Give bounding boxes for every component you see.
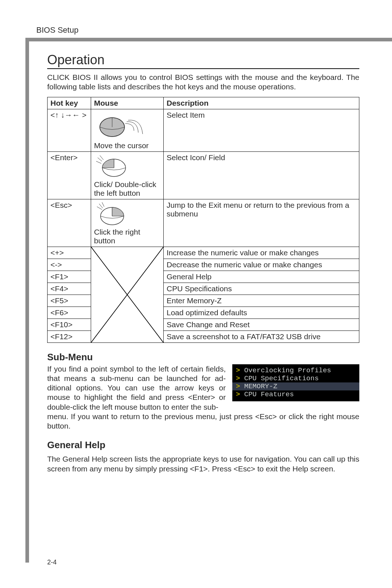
cell-desc: Select Icon/ Field (164, 151, 359, 199)
table-row: <+> Increase the numeric value or make c… (48, 247, 359, 259)
page-number: 2-4 (47, 559, 57, 566)
bios-label: Overclocking Profiles (244, 366, 331, 374)
table-row: <↑ ↓→← > Move the cursor (48, 109, 359, 151)
cell-hotkey: <F12> (48, 331, 91, 342)
mouse-move-icon (94, 111, 145, 140)
bios-submenu-screenshot: > Overclocking Profiles > CPU Specificat… (232, 364, 359, 401)
hotkey-table: Hot key Mouse Description <↑ ↓→← > (47, 97, 359, 343)
cell-desc: Enter Memory-Z (164, 295, 359, 307)
mouse-right-click-icon (94, 201, 130, 226)
cell-hotkey: <F4> (48, 283, 91, 295)
chevron-right-icon: > (236, 366, 244, 374)
cell-desc: Select Item (164, 109, 359, 151)
cell-hotkey: <F1> (48, 271, 91, 283)
chevron-right-icon: > (236, 374, 244, 382)
cell-desc: CPU Specifications (164, 283, 359, 295)
bios-label: CPU Features (244, 390, 294, 398)
chapter-header: BIOS Setup (36, 25, 363, 35)
cell-hotkey: <F10> (48, 319, 91, 331)
cell-hotkey: <F5> (48, 295, 91, 307)
table-row: <Enter> Click/ Double-click the left (48, 151, 359, 199)
bios-line: > CPU Features (236, 390, 356, 398)
submenu-block: If you find a point symbol to the left o… (47, 364, 359, 412)
cell-desc: Save Change and Reset (164, 319, 359, 331)
chevron-right-icon: > (236, 390, 244, 398)
mouse-caption: Click/ Double-click the left button (94, 180, 160, 198)
cell-mouse: Click/ Double-click the left button (91, 151, 164, 199)
intro-paragraph: CLICK BIOS II allows you to control BIOS… (47, 73, 359, 92)
cell-hotkey: <Enter> (48, 151, 91, 199)
cell-hotkey: <↑ ↓→← > (48, 109, 91, 151)
cell-desc: General Help (164, 271, 359, 283)
cell-mouse: Click the right button (91, 199, 164, 247)
general-help-heading: General Help (47, 439, 359, 451)
bios-line: > CPU Specifications (236, 374, 356, 382)
cell-hotkey: <F6> (48, 307, 91, 319)
table-header-row: Hot key Mouse Description (48, 97, 359, 109)
cell-desc: Increase the numeric value or make chang… (164, 247, 359, 259)
cell-mouse: Move the cursor (91, 109, 164, 151)
mouse-caption: Click the right button (94, 228, 160, 245)
table-row: <Esc> Click the right button (48, 199, 359, 247)
page-title: Operation (47, 52, 359, 69)
cell-hotkey: <+> (48, 247, 91, 259)
cell-desc: Jump to the Exit menu or return to the p… (164, 199, 359, 247)
cell-desc: Decrease the numeric value or make chang… (164, 259, 359, 271)
submenu-text-left: If you find a point symbol to the left o… (47, 364, 226, 412)
cell-hotkey: <Esc> (48, 199, 91, 247)
content-area: Operation CLICK BIOS II allows you to co… (47, 52, 359, 474)
submenu-text-continue: menu. If you want to return to the previ… (47, 412, 359, 431)
cell-desc: Load optimized defaults (164, 307, 359, 319)
th-mouse: Mouse (91, 97, 164, 109)
bios-label: CPU Specifications (244, 374, 319, 382)
submenu-heading: Sub-Menu (47, 352, 359, 363)
cross-na-icon (91, 247, 163, 342)
cell-mouse-na (91, 247, 164, 342)
bios-line: > Overclocking Profiles (236, 366, 356, 374)
page: BIOS Setup Operation CLICK BIOS II allow… (0, 0, 392, 588)
th-hotkey: Hot key (48, 97, 91, 109)
mouse-caption: Move the cursor (94, 141, 149, 150)
horizontal-rule (25, 38, 392, 41)
general-help-text: The General Help screen lists the approp… (47, 454, 359, 474)
bios-line-selected: > MEMORY-Z (232, 382, 359, 390)
vertical-rule (25, 39, 29, 563)
mouse-left-click-icon (94, 153, 130, 179)
th-desc: Description (164, 97, 359, 109)
cell-hotkey: <-> (48, 259, 91, 271)
chevron-right-icon: > (236, 382, 244, 390)
bios-label: MEMORY-Z (244, 382, 277, 390)
cell-desc: Save a screenshot to a FAT/FAT32 USB dri… (164, 331, 359, 342)
